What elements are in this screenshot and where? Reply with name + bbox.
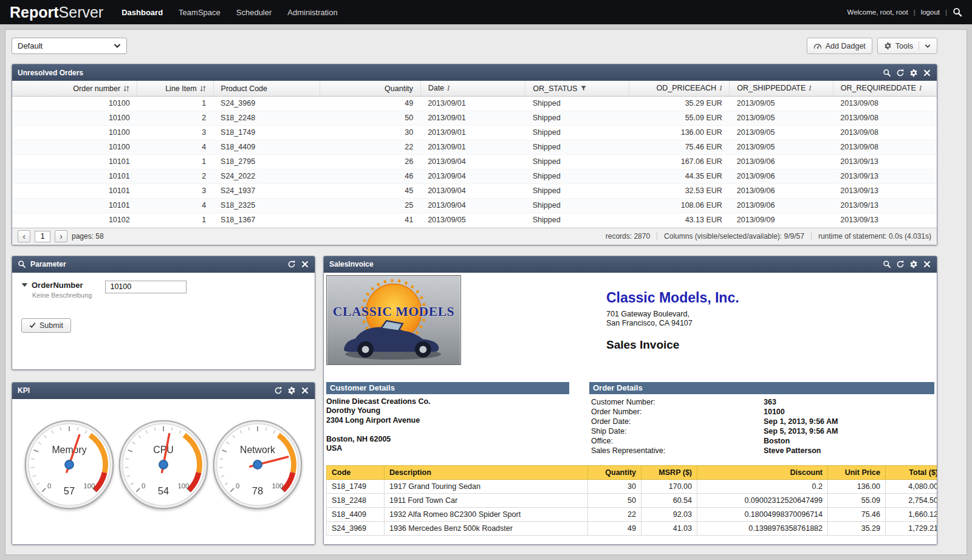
order-cell: Shipped: [525, 154, 629, 169]
order-cell: 32.53 EUR: [629, 183, 730, 198]
order-details-fields: Customer Number:363 Order Number:10100 O…: [589, 397, 934, 456]
order-cell: 167.06 EUR: [629, 154, 730, 169]
column-header-quantity[interactable]: Quantity: [320, 81, 421, 96]
order-cell: 2013/09/01: [420, 140, 525, 154]
order-row[interactable]: 101014S18_2325252013/09/04Shipped108.06 …: [12, 198, 937, 213]
order-cell: 2013/09/09: [730, 213, 833, 227]
order-cell: 41: [320, 213, 421, 227]
invoice-item-cell: 30: [588, 479, 642, 493]
order-cell: Shipped: [525, 125, 629, 140]
order-field-value: Sep 5, 2013, 9:56 AM: [764, 426, 838, 436]
order-field-label: Sales Representative:: [591, 446, 764, 456]
nav-item-teamspace[interactable]: TeamSpace: [179, 8, 221, 17]
close-icon[interactable]: [301, 260, 309, 268]
close-icon[interactable]: [301, 386, 309, 395]
search-icon[interactable]: [883, 69, 891, 77]
order-row[interactable]: 101001S24_3969492013/09/01Shipped35.29 E…: [12, 96, 937, 111]
kpi-gauge: 0 100 CPU 54: [117, 418, 210, 511]
button-divider: [919, 41, 919, 50]
refresh-icon[interactable]: [287, 260, 296, 268]
gauge-hub: [159, 460, 168, 469]
order-cell: 43.13 EUR: [629, 213, 730, 227]
column-header-order-number[interactable]: Order number: [12, 81, 137, 96]
items-col-discount: Discount: [697, 465, 828, 479]
dashboard-select[interactable]: Default: [12, 38, 127, 54]
order-details-heading: Order Details: [589, 382, 934, 394]
company-address-line1: 701 Gateway Boulevard,: [606, 310, 934, 319]
close-icon[interactable]: [923, 69, 931, 77]
column-header-or-status[interactable]: OR_STATUS: [525, 81, 629, 96]
items-col-total: Total ($): [886, 465, 937, 479]
column-header-product-code[interactable]: Product Code: [213, 81, 320, 96]
invoice-item-cell: S18_2248: [327, 493, 385, 507]
order-cell: S24_1937: [213, 183, 320, 198]
gauge-value: 78: [252, 485, 263, 496]
invoice-item-cell: 0.09002312520647499: [697, 493, 828, 507]
gear-icon[interactable]: [909, 260, 918, 268]
gauge-hub: [253, 460, 262, 469]
order-row[interactable]: 101012S24_2022462013/09/04Shipped44.35 E…: [12, 169, 937, 183]
column-header-date[interactable]: DateI: [420, 81, 525, 96]
invoice-item-cell: 22: [588, 507, 642, 521]
gear-icon[interactable]: [287, 386, 296, 395]
nav-item-administration[interactable]: Administration: [287, 8, 337, 17]
order-row[interactable]: 101002S18_2248502013/09/01Shipped55.09 E…: [12, 111, 937, 125]
order-cell: 2013/09/04: [420, 183, 525, 198]
gauge-label: CPU: [153, 445, 173, 455]
refresh-icon[interactable]: [274, 386, 282, 395]
order-cell: 1: [137, 154, 213, 169]
order-row[interactable]: 101013S24_1937452013/09/04Shipped32.53 E…: [12, 183, 937, 198]
items-col-unit-price: Unit Price: [828, 465, 886, 479]
order-cell: 2013/09/05: [730, 125, 833, 140]
order-cell: 2013/09/05: [420, 213, 525, 227]
order-row[interactable]: 101021S18_1367412013/09/05Shipped43.13 E…: [12, 213, 937, 227]
page-input[interactable]: [35, 231, 50, 242]
column-header-or-requireddate[interactable]: OR_REQUIREDDATEI: [833, 81, 937, 96]
order-row[interactable]: 101011S18_2795262013/09/04Shipped167.06 …: [12, 154, 937, 169]
panel-header: Unresolved Orders: [12, 64, 937, 81]
gauge-min-label: 0: [47, 482, 51, 490]
add-dadget-button[interactable]: Add Dadget: [807, 38, 872, 54]
parameter-name: OrderNumber: [32, 281, 83, 290]
dashboard-toolbar: Default Add Dadget Tools: [12, 38, 937, 54]
order-field-value: Steve Patterson: [764, 446, 821, 456]
tools-button[interactable]: Tools: [877, 38, 937, 54]
order-cell: 35.29 EUR: [629, 96, 730, 111]
column-header-or-shippeddate[interactable]: OR_SHIPPEDDATEI: [730, 81, 833, 96]
records-label: records: 2870: [606, 232, 650, 241]
collapse-chevron-icon[interactable]: [21, 282, 28, 287]
prev-page-button[interactable]: ‹: [18, 230, 30, 242]
search-icon: [18, 260, 26, 268]
close-icon[interactable]: [923, 260, 931, 268]
order-cell: S24_2022: [213, 169, 320, 183]
order-row[interactable]: 101003S18_1749302013/09/01Shipped136.00 …: [12, 125, 937, 140]
search-icon[interactable]: [883, 260, 891, 268]
gear-icon[interactable]: [909, 69, 918, 77]
logout-link[interactable]: logout: [921, 9, 940, 16]
order-row[interactable]: 101004S18_4409222013/09/01Shipped75.46 E…: [12, 140, 937, 154]
document-title: Sales Invoice: [606, 338, 934, 352]
nav-item-scheduler[interactable]: Scheduler: [236, 8, 272, 17]
next-page-button[interactable]: ›: [55, 230, 67, 242]
order-field-value: Boston: [764, 436, 790, 446]
order-cell: 10100: [12, 125, 137, 140]
submit-button[interactable]: Submit: [21, 318, 71, 333]
refresh-icon[interactable]: [896, 260, 905, 268]
invoice-item-cell: 1932 Alfa Romeo 8C2300 Spider Sport: [385, 507, 588, 521]
nav-item-dashboard[interactable]: Dashboard: [122, 8, 163, 17]
order-cell: Shipped: [525, 198, 629, 213]
kpi-panel: KPI 0 100 Memory 57: [12, 382, 315, 545]
app-logo[interactable]: ReportServer: [10, 4, 103, 21]
order-cell: Shipped: [525, 183, 629, 198]
ordernumber-input[interactable]: [105, 281, 187, 293]
brand-light: Server: [59, 4, 104, 21]
order-cell: 2013/09/06: [730, 154, 833, 169]
info-icon: I: [719, 84, 722, 93]
column-header-line-item[interactable]: Line Item: [137, 81, 213, 96]
order-cell: S24_3969: [213, 96, 320, 111]
invoice-item-cell: S18_4409: [327, 507, 385, 521]
info-icon: I: [809, 84, 811, 93]
search-icon[interactable]: [953, 7, 962, 17]
column-header-od-priceeach[interactable]: OD_PRICEEACHI: [629, 81, 730, 96]
refresh-icon[interactable]: [896, 69, 905, 77]
